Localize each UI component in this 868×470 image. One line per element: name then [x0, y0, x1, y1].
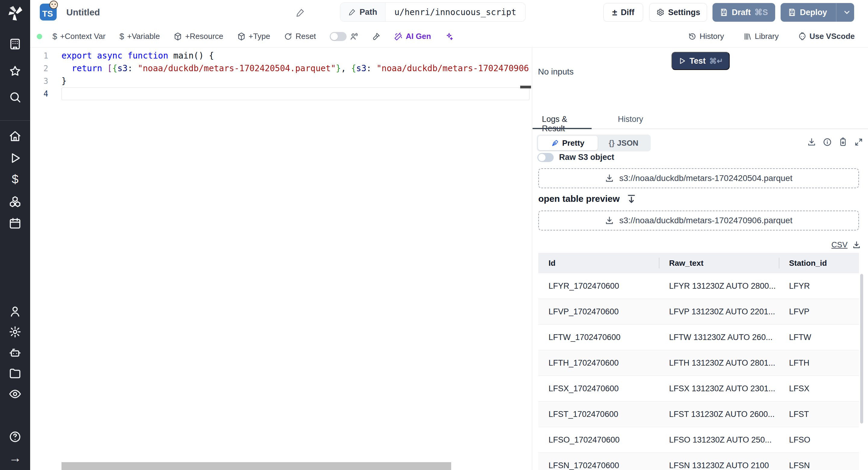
resources-cubes-icon[interactable] — [8, 194, 22, 209]
table-cell: LFST — [779, 410, 859, 419]
expand-sidebar-arrow-icon[interactable]: → — [8, 451, 22, 465]
code-line[interactable]: export async function main() { — [61, 50, 530, 62]
horizontal-scrollbar[interactable] — [61, 462, 451, 470]
column-header-raw-text[interactable]: Raw_text — [659, 259, 779, 268]
favorites-star-icon[interactable] — [8, 64, 22, 79]
save-draft-button[interactable]: Draft ⌘S — [712, 3, 775, 22]
app-sidebar: $ → — [0, 0, 30, 470]
column-header-id[interactable]: Id — [538, 259, 659, 268]
folders-icon[interactable] — [8, 366, 22, 381]
save-icon — [788, 8, 796, 17]
arrow-down-from-line-icon — [626, 194, 637, 204]
windmill-logo-icon[interactable] — [7, 5, 24, 22]
raw-s3-switch-off[interactable] — [537, 153, 554, 162]
download-icon[interactable] — [852, 241, 861, 249]
add-context-var-button[interactable]: $ +Context Var — [53, 32, 105, 41]
table-cell: LFTW 131230Z AUTO 260... — [659, 333, 779, 342]
code-line[interactable] — [61, 87, 530, 100]
raw-s3-label: Raw S3 object — [559, 153, 614, 162]
save-icon — [720, 8, 728, 17]
path-value[interactable]: u/henri/innocuous_script — [385, 3, 526, 22]
collab-switch-off[interactable] — [330, 32, 347, 41]
braces-icon: {} — [609, 139, 615, 148]
table-row[interactable]: LFVP_1702470600LFVP 131230Z AUTO 2201...… — [538, 299, 859, 325]
deploy-dropdown-caret[interactable] — [840, 3, 854, 22]
table-cell: LFTW — [779, 333, 859, 342]
ai-sparkles-button[interactable] — [445, 32, 453, 41]
path-field[interactable]: Path u/henri/innocuous_script — [340, 2, 526, 22]
workspace-building-icon[interactable] — [8, 37, 22, 51]
preview-panel: Test ⌘↵ No inputs Logs & Result History … — [532, 48, 868, 470]
audit-logs-eye-icon[interactable] — [8, 387, 22, 401]
json-view-button[interactable]: {} JSON — [598, 139, 650, 148]
table-row[interactable]: LFSO_1702470600LFSO 131230Z AUTO 250...L… — [538, 427, 859, 453]
line-number: 2 — [30, 62, 60, 75]
settings-button[interactable]: Settings — [649, 3, 707, 22]
csv-download-link[interactable]: CSV — [832, 240, 847, 249]
diff-button[interactable]: ± Diff — [603, 3, 643, 22]
result-action-icons — [807, 138, 863, 147]
table-row[interactable]: LFTH_1702470600LFTH 131230Z AUTO 2801...… — [538, 350, 859, 376]
table-cell: LFSO 131230Z AUTO 250... — [659, 435, 779, 445]
table-row[interactable]: LFTW_1702470600LFTW 131230Z AUTO 260...L… — [538, 325, 859, 350]
code-line[interactable]: } — [61, 75, 530, 87]
table-cell: LFYR 131230Z AUTO 2800... — [659, 282, 779, 291]
deploy-button[interactable]: Deploy — [781, 3, 854, 22]
tab-history[interactable]: History — [617, 115, 644, 128]
variables-dollar-icon[interactable]: $ — [8, 172, 22, 186]
settings-gear-icon[interactable] — [8, 325, 22, 339]
column-header-station-id[interactable]: Station_id — [779, 259, 859, 268]
line-number-gutter: 1234 — [30, 50, 60, 100]
library-button[interactable]: Library — [743, 32, 778, 41]
csv-export-row: CSV — [832, 240, 861, 249]
table-row[interactable]: LFST_1702470600LFST 131230Z AUTO 2600...… — [538, 402, 859, 427]
format-brush-button[interactable] — [372, 32, 380, 41]
code-content[interactable]: export async function main() { return [{… — [61, 50, 530, 100]
code-line[interactable]: return [{s3: "noaa/duckdb/metars-1702420… — [61, 62, 530, 75]
tab-logs-result[interactable]: Logs & Result — [532, 115, 592, 128]
table-cell: LFVP_1702470600 — [538, 307, 659, 317]
users-person-icon[interactable] — [8, 304, 22, 319]
search-icon[interactable] — [8, 90, 22, 105]
vertical-scrollbar-thumb[interactable] — [860, 274, 863, 423]
test-run-button[interactable]: Test ⌘↵ — [672, 52, 730, 70]
history-button[interactable]: History — [688, 32, 724, 41]
use-vscode-button[interactable]: Use VScode — [798, 32, 855, 41]
table-cell: LFSO — [779, 435, 859, 445]
test-shortcut: ⌘↵ — [709, 57, 723, 65]
add-variable-button[interactable]: $ +Variable — [119, 32, 160, 41]
deploy-split-divider — [836, 3, 836, 22]
help-question-icon[interactable] — [8, 430, 22, 444]
runs-play-icon[interactable] — [8, 151, 22, 165]
workers-robot-icon[interactable] — [8, 346, 22, 360]
s3-file-download-button[interactable]: s3://noaa/duckdb/metars-1702470906.parqu… — [538, 211, 859, 231]
table-row[interactable]: LFYR_1702470600LFYR 131230Z AUTO 2800...… — [538, 273, 859, 299]
pretty-view-button[interactable]: Pretty — [538, 136, 598, 150]
result-tabs: Logs & Result History — [532, 115, 868, 129]
package-icon — [237, 32, 246, 41]
edit-title-pencil-icon[interactable] — [296, 8, 305, 18]
table-cell: LFSX — [779, 384, 859, 393]
info-icon[interactable] — [823, 138, 832, 147]
clipboard-copy-icon[interactable] — [838, 138, 847, 147]
schedules-calendar-icon[interactable] — [8, 216, 22, 231]
home-icon[interactable] — [8, 129, 22, 144]
line-number: 4 — [30, 87, 60, 100]
collab-toggle[interactable] — [330, 32, 358, 41]
table-row[interactable]: LFSN_1702470600LFSN 131230Z AUTO 2100LFS… — [538, 453, 859, 470]
expand-fullscreen-icon[interactable] — [854, 138, 863, 147]
table-cell: LFSO_1702470600 — [538, 435, 659, 445]
add-type-button[interactable]: +Type — [237, 32, 270, 41]
overview-ruler-marker — [520, 86, 531, 88]
top-bar: TS Untitled Path u/henri/innocuous_scrip… — [30, 0, 868, 25]
add-resource-button[interactable]: +Resource — [174, 32, 223, 41]
table-header: Id Raw_text Station_id — [538, 253, 859, 273]
download-icon[interactable] — [807, 138, 816, 147]
line-number: 1 — [30, 50, 60, 62]
open-table-preview-row[interactable]: open table preview — [538, 194, 637, 204]
ai-gen-button[interactable]: AI Gen — [394, 32, 431, 41]
table-row[interactable]: LFSX_1702470600LFSX 131230Z AUTO 2301...… — [538, 376, 859, 402]
reset-button[interactable]: Reset — [284, 32, 316, 41]
code-editor[interactable]: 1234 export async function main() { retu… — [30, 48, 532, 470]
s3-file-download-button[interactable]: s3://noaa/duckdb/metars-1702420504.parqu… — [538, 168, 859, 188]
